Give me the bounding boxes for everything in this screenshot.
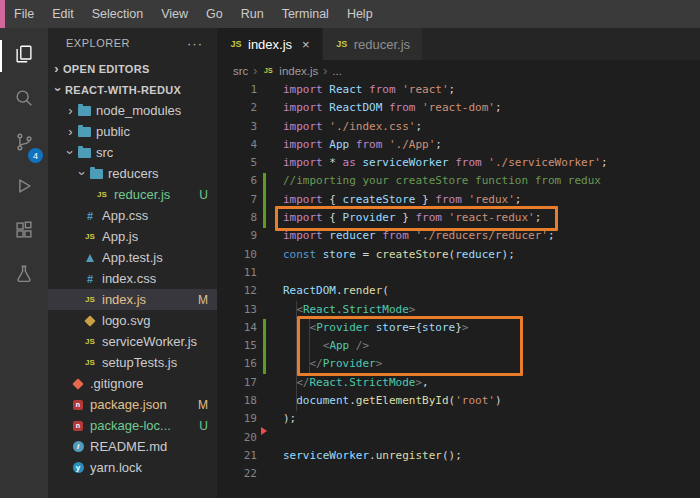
file-App.css[interactable]: #App.css (48, 205, 217, 226)
file-serviceWorker.js[interactable]: JSserviceWorker.js (48, 331, 217, 352)
code-line-6[interactable]: 6//importing your createStore function f… (217, 172, 700, 190)
file-README.md[interactable]: iREADME.md (48, 436, 217, 457)
menu-help[interactable]: Help (338, 0, 382, 28)
editor-area: JSindex.js×JSreducer.js src › JS index.j… (217, 28, 700, 498)
extensions-activity-button[interactable] (0, 210, 48, 254)
code-editor[interactable]: 1import React from 'react';2import React… (217, 81, 700, 498)
js-icon: JS (264, 67, 273, 74)
project-root-row[interactable]: › REACT-WITH-REDUX (48, 79, 217, 100)
tab-index.js[interactable]: JSindex.js× (217, 28, 323, 60)
code-text: import { Provider } from 'react-redux'; (283, 209, 541, 227)
file-reducer.js[interactable]: JSreducer.jsU (48, 184, 217, 205)
breadcrumb-src[interactable]: src (233, 65, 248, 77)
file-index.css[interactable]: #index.css (48, 268, 217, 289)
code-line-14[interactable]: 14 <Provider store={store}> (217, 319, 700, 337)
file-package-loc...[interactable]: npackage-loc...U (48, 415, 217, 436)
code-text: </Provider> (283, 355, 382, 373)
line-number: 11 (217, 264, 257, 282)
npm-icon: n (73, 400, 83, 410)
code-line-1[interactable]: 1import React from 'react'; (217, 81, 700, 99)
run-debug-activity-button[interactable] (0, 166, 48, 210)
tree-item-label: index.js (102, 292, 146, 307)
file-package.json[interactable]: npackage.jsonM (48, 394, 217, 415)
folder-src[interactable]: ›src (48, 142, 217, 163)
line-number: 6 (217, 172, 257, 190)
menu-go[interactable]: Go (197, 0, 232, 28)
file-index.js[interactable]: JSindex.jsM (48, 289, 217, 310)
folder-public[interactable]: ›public (48, 121, 217, 142)
code-line-21[interactable]: 21serviceWorker.unregister(); (217, 447, 700, 465)
svg-icon (84, 315, 95, 326)
beaker-icon (13, 263, 35, 289)
tab-label: index.js (248, 37, 292, 52)
tree-item-label: serviceWorker.js (102, 334, 197, 349)
code-line-8[interactable]: 8import { Provider } from 'react-redux'; (217, 209, 700, 227)
scm-changes-badge: 4 (28, 148, 43, 163)
file-setupTests.js[interactable]: JSsetupTests.js (48, 352, 217, 373)
file-yarn.lock[interactable]: yyarn.lock (48, 457, 217, 478)
menu-file[interactable]: File (5, 0, 43, 28)
file-App.js[interactable]: JSApp.js (48, 226, 217, 247)
menu-items: FileEditSelectionViewGoRunTerminalHelp (5, 0, 382, 28)
menu-edit[interactable]: Edit (43, 0, 83, 28)
menu-view[interactable]: View (152, 0, 197, 28)
js-icon: JS (336, 39, 347, 49)
js-icon: JS (85, 358, 95, 367)
code-line-13[interactable]: 13 <React.StrictMode> (217, 301, 700, 319)
close-icon[interactable]: × (302, 37, 310, 52)
tab-reducer.js[interactable]: JSreducer.js (323, 28, 423, 60)
code-line-10[interactable]: 10const store = createStore(reducer); (217, 246, 700, 264)
line-number: 21 (217, 447, 257, 465)
code-line-3[interactable]: 3import './index.css'; (217, 118, 700, 136)
code-line-22[interactable]: 22 (217, 465, 700, 483)
code-line-5[interactable]: 5import * as serviceWorker from './servi… (217, 154, 700, 172)
source-control-activity-button[interactable]: 4 (0, 122, 48, 166)
code-line-7[interactable]: 7import { createStore } from 'redux'; (217, 191, 700, 209)
yarn-icon: y (73, 462, 84, 473)
breadcrumb-file[interactable]: index.js (279, 65, 318, 77)
extensions-icon (13, 219, 35, 245)
search-activity-button[interactable] (0, 78, 48, 122)
menu-terminal[interactable]: Terminal (273, 0, 338, 28)
tree-item-label: node_modules (96, 103, 181, 118)
code-line-20[interactable]: 20 (217, 429, 700, 447)
folder-reducers[interactable]: ›reducers (48, 163, 217, 184)
code-line-17[interactable]: 17 </React.StrictMode>, (217, 374, 700, 392)
chevron-right-icon: › (64, 103, 77, 118)
git-icon (72, 378, 83, 389)
file-logo.svg[interactable]: logo.svg (48, 310, 217, 331)
code-line-15[interactable]: 15 <App /> (217, 337, 700, 355)
code-text: //importing your createStore function fr… (283, 172, 601, 190)
tree-item-label: reducers (108, 166, 159, 181)
tree-item-label: package.json (90, 397, 167, 412)
code-line-12[interactable]: 12ReactDOM.render( (217, 282, 700, 300)
code-line-11[interactable]: 11 (217, 264, 700, 282)
code-line-18[interactable]: 18 document.getElementById('root') (217, 392, 700, 410)
folder-node_modules[interactable]: ›node_modules (48, 100, 217, 121)
code-line-2[interactable]: 2import ReactDOM from 'react-dom'; (217, 99, 700, 117)
file-tree: ›node_modules›public›src›reducersJSreduc… (48, 100, 217, 478)
testing-activity-button[interactable] (0, 254, 48, 298)
code-text: serviceWorker.unregister(); (283, 447, 462, 465)
breadcrumb-symbol[interactable]: ... (332, 65, 342, 77)
code-line-9[interactable]: 9import reducer from './reducers/reducer… (217, 227, 700, 245)
more-actions-icon[interactable]: ··· (187, 36, 203, 51)
code-line-19[interactable]: 19); (217, 410, 700, 428)
file-.gitignore[interactable]: .gitignore (48, 373, 217, 394)
code-line-16[interactable]: 16 </Provider> (217, 355, 700, 373)
line-number: 18 (217, 392, 257, 410)
line-number: 15 (217, 337, 257, 355)
line-number: 19 (217, 410, 257, 428)
line-number: 4 (217, 136, 257, 154)
line-number: 9 (217, 227, 257, 245)
tree-item-label: yarn.lock (90, 460, 142, 475)
explorer-activity-button[interactable] (0, 34, 48, 78)
chevron-down-icon: › (75, 167, 90, 180)
code-text: ); (283, 410, 296, 428)
open-editors-section[interactable]: › OPEN EDITORS (48, 58, 217, 79)
code-line-4[interactable]: 4import App from './App'; (217, 136, 700, 154)
menu-selection[interactable]: Selection (83, 0, 152, 28)
chevron-right-icon: › (64, 124, 77, 139)
menu-run[interactable]: Run (232, 0, 273, 28)
file-App.test.js[interactable]: App.test.js (48, 247, 217, 268)
